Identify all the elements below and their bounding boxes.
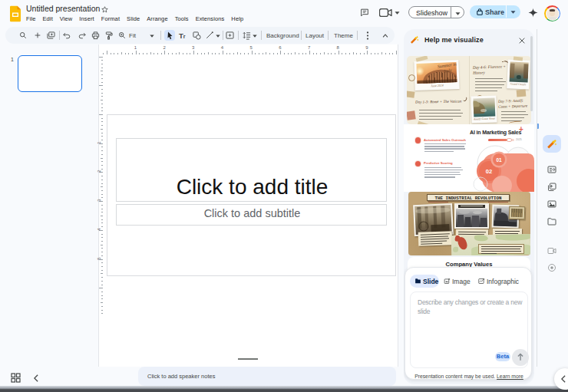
svg-text:01: 01 <box>496 157 502 163</box>
svg-text:02: 02 <box>486 168 492 175</box>
